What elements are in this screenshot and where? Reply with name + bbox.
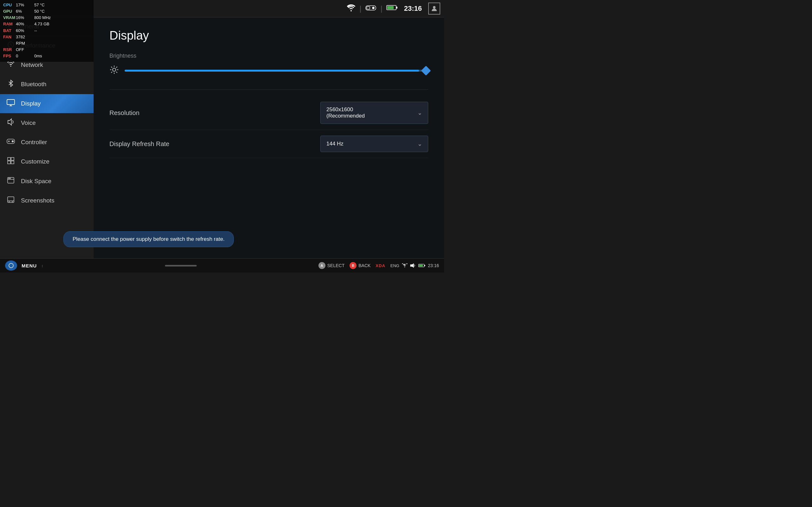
refresh-rate-label: Display Refresh Rate (109, 140, 169, 148)
divider-icon: | (359, 4, 361, 13)
sidebar-item-screenshots[interactable]: Screenshots (0, 191, 94, 210)
stats-overlay: CPU 17% 57 °C GPU 6% 50 °C VRAM 16% 800 … (0, 0, 94, 62)
cpu-percent: 17% (16, 2, 34, 8)
sidebar-item-screenshots-label: Screenshots (21, 197, 55, 204)
divider-resolution (109, 89, 428, 90)
bottom-left-section: MENU ↕ (5, 261, 44, 271)
gpu-temp: 50 °C (34, 8, 60, 14)
cpu-label: CPU (3, 2, 16, 8)
fps-val: 0 (16, 53, 34, 59)
sidebar-item-bluetooth[interactable]: Bluetooth (0, 74, 94, 94)
sidebar-item-display[interactable]: Display (0, 94, 94, 113)
refresh-rate-dropdown[interactable]: 144 Hz ⌄ (320, 135, 428, 152)
svg-rect-9 (7, 100, 14, 105)
svg-rect-18 (11, 161, 14, 164)
svg-marker-38 (410, 264, 414, 268)
vram-label: VRAM (3, 14, 16, 21)
sidebar-item-display-label: Display (21, 100, 41, 107)
bluetooth-icon (6, 79, 15, 89)
resolution-value: 2560x1600 (Recommended (326, 107, 365, 119)
bottom-time-display: 23:16 (428, 263, 439, 268)
brightness-slider[interactable] (125, 70, 428, 72)
brightness-sun-icon (109, 65, 119, 77)
voice-icon (6, 118, 15, 128)
wifi-icon (347, 4, 356, 13)
svg-rect-15 (8, 158, 10, 160)
refresh-rate-row: Display Refresh Rate 144 Hz ⌄ (109, 130, 428, 158)
chevron-down-icon-2: ⌄ (417, 140, 422, 147)
xda-logo: XDA (375, 263, 385, 268)
svg-rect-41 (419, 265, 423, 267)
cpu-temp: 57 °C (34, 2, 60, 8)
svg-rect-17 (8, 161, 10, 164)
brightness-row (109, 65, 428, 77)
menu-icon (5, 261, 17, 271)
notification-text: Please connect the power supply before s… (72, 236, 224, 242)
sidebar-item-disk-space-label: Disk Space (21, 178, 51, 185)
divider2-icon: | (380, 4, 382, 13)
battery-icon (386, 4, 398, 13)
svg-line-34 (116, 67, 117, 68)
sidebar-item-controller-label: Controller (21, 139, 47, 146)
battery-bottom-icon (418, 264, 425, 268)
ram-percent: 40% (16, 21, 34, 27)
ram-val: 4.73 GB (34, 21, 60, 27)
svg-rect-16 (11, 158, 14, 160)
handheld-icon (365, 4, 376, 13)
bottom-bar: MENU ↕ A SELECT B BACK XDA ENG (0, 258, 444, 273)
bottom-status-icons: ENG 23:16 (391, 263, 439, 268)
resolution-row: Resolution 2560x1600 (Recommended ⌄ (109, 96, 428, 130)
ram-label: RAM (3, 21, 16, 27)
disk-icon (6, 176, 15, 186)
rsr-label: RSR (3, 47, 16, 53)
svg-line-35 (111, 72, 112, 73)
svg-rect-40 (424, 265, 425, 266)
menu-label: MENU (21, 263, 37, 268)
resolution-dropdown[interactable]: 2560x1600 (Recommended ⌄ (320, 102, 428, 124)
fps-ms: 0ms (34, 53, 60, 59)
svg-point-6 (433, 6, 436, 9)
fan-val: 3782 RPM (16, 34, 34, 47)
lang-display: ENG (391, 263, 399, 268)
main-content: Display Brightness Resolution (94, 17, 444, 258)
fan-label: FAN (3, 34, 16, 47)
sidebar-item-voice-label: Voice (21, 119, 36, 126)
resolution-label: Resolution (109, 109, 140, 117)
svg-point-14 (12, 141, 14, 142)
screenshots-icon (6, 196, 15, 205)
clock-display: 23:16 (404, 4, 422, 13)
sidebar-item-bluetooth-label: Bluetooth (21, 81, 46, 88)
a-button-label: A SELECT (318, 262, 345, 269)
svg-point-27 (113, 68, 116, 71)
refresh-rate-value: 144 Hz (326, 141, 344, 147)
brightness-thumb (421, 66, 431, 75)
brightness-fill (125, 70, 419, 72)
brightness-section-label: Brightness (109, 53, 428, 59)
brightness-track (125, 70, 428, 72)
bat-label: BAT (3, 27, 16, 34)
svg-marker-10 (8, 119, 11, 125)
sidebar-item-controller[interactable]: Controller (0, 133, 94, 152)
sidebar-item-customize[interactable]: Customize (0, 152, 94, 171)
rsr-val: OFF (16, 47, 34, 53)
svg-point-2 (372, 7, 374, 9)
bat-extra: -- (34, 27, 60, 34)
sidebar-item-customize-label: Customize (21, 158, 49, 165)
controller-menu-icon (6, 138, 15, 147)
wifi-bottom-icon (402, 263, 408, 268)
volume-bottom-icon (410, 263, 416, 268)
sidebar-item-voice[interactable]: Voice (0, 113, 94, 133)
gpu-label: GPU (3, 8, 16, 14)
b-button-icon: B (350, 262, 357, 269)
b-button-text: BACK (358, 263, 370, 268)
fps-label: FPS (3, 53, 16, 59)
svg-rect-1 (367, 7, 370, 9)
a-button-icon: A (318, 262, 325, 269)
svg-rect-4 (396, 7, 397, 9)
vram-freq: 800 MHz (34, 14, 60, 21)
bottom-right-section: A SELECT B BACK XDA ENG 23:16 (318, 262, 439, 269)
user-icon[interactable] (428, 3, 440, 14)
svg-point-37 (10, 265, 12, 267)
sidebar-item-disk-space[interactable]: Disk Space (0, 171, 94, 191)
svg-rect-23 (8, 197, 14, 203)
